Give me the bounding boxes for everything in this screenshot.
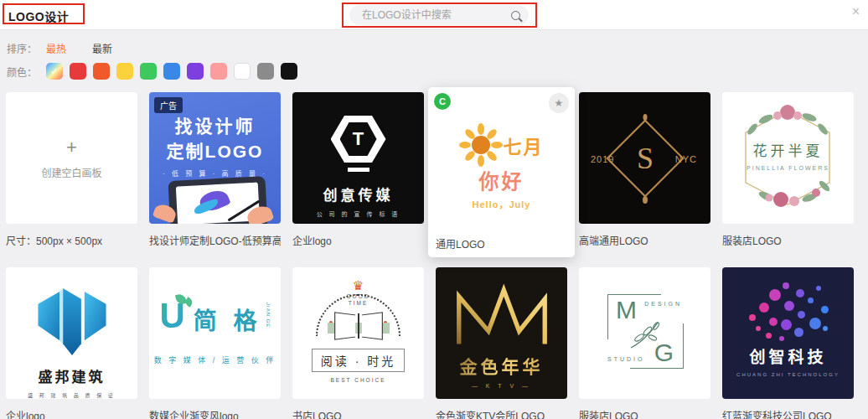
card-caption: 企业logo bbox=[292, 233, 424, 247]
gradient-u-mark: U bbox=[159, 299, 184, 333]
open-book-icon bbox=[328, 310, 390, 344]
search-icon[interactable] bbox=[511, 11, 520, 20]
july-title-cn2: 你好 bbox=[479, 165, 524, 194]
ad-badge: 广告 bbox=[154, 97, 183, 113]
logo-year: 2019 bbox=[591, 154, 614, 164]
ad-headline-2: 定制LOGO bbox=[149, 137, 281, 163]
card-mg-studio: M DESIGN G STUDIO 服装店LOGO bbox=[579, 267, 710, 419]
color-swatch-purple[interactable] bbox=[187, 63, 204, 80]
card-shengbang: 盛邦建筑 盛 邦 建 筑 品 质 保 证 企业logo bbox=[6, 267, 137, 419]
logo-subtitle: — K T V — bbox=[472, 383, 531, 389]
hovered-card-panel[interactable]: C ★ 七月 bbox=[428, 87, 575, 257]
sort-label: 排序： bbox=[7, 41, 39, 55]
logo-subtitle: PINELLIA FLOWERS bbox=[722, 165, 854, 171]
monogram-letter: S bbox=[636, 141, 653, 176]
creative-media-thumbnail[interactable]: T 创意传媒 公 司 的 宣 传 标 语 bbox=[292, 92, 424, 224]
pinellia-thumbnail[interactable]: 花开半夏 PINELLIA FLOWERS bbox=[722, 92, 854, 224]
card-creative-media: T 创意传媒 公 司 的 宣 传 标 语 企业logo bbox=[292, 92, 424, 247]
july-title-row: 七月 bbox=[459, 123, 543, 167]
card-caption: 数媒企业渐变风logo bbox=[149, 408, 281, 419]
filter-panel: 排序： 最热 最新 颜色： ✓ bbox=[0, 30, 868, 80]
card-caption: 找设计师定制LOGO-低预算高质量 bbox=[149, 233, 281, 247]
july-title-cn1: 七月 bbox=[503, 132, 543, 158]
card-bookstore: ♛ GOOD TIME 阅读 · 时光 BEST CHOICE 书店LOGO bbox=[292, 267, 424, 419]
color-swatch-red[interactable] bbox=[70, 63, 86, 80]
design-label: DESIGN bbox=[644, 301, 682, 307]
card-pinellia: 花开半夏 PINELLIA FLOWERS 服装店LOGO bbox=[722, 92, 854, 247]
card-jiange: U 简 格 JIAN GE 数 字 媒 体 / 运 营 伙 伴 数媒企业渐变风l… bbox=[149, 267, 281, 419]
color-swatch-pink[interactable] bbox=[210, 63, 227, 80]
card-s-nyc: S 2019 NYC 高端通用LOGO bbox=[579, 92, 710, 247]
ornament-bottom bbox=[643, 196, 648, 204]
card-caption: 通用LOGO bbox=[436, 236, 567, 251]
hexagon-bulb-icon: T bbox=[331, 116, 386, 163]
color-row: 颜色： ✓ bbox=[7, 63, 868, 80]
create-blank-label: 创建空白画板 bbox=[41, 165, 101, 179]
card-caption: 书店LOGO bbox=[292, 408, 424, 419]
jiange-logo-row: U 简 格 JIAN GE bbox=[159, 299, 270, 336]
favorite-star-icon[interactable]: ★ bbox=[549, 93, 569, 113]
sunflower-icon bbox=[459, 123, 503, 167]
chuangzhi-thumbnail[interactable]: 创智科技 CHUANG ZHI TECHNOLOGY bbox=[722, 267, 854, 399]
mg-studio-thumbnail[interactable]: M DESIGN G STUDIO bbox=[579, 267, 710, 399]
diamond-frame: S bbox=[606, 119, 684, 197]
bookstore-thumbnail[interactable]: ♛ GOOD TIME 阅读 · 时光 BEST CHOICE bbox=[292, 267, 424, 399]
page-title: LOGO设计 bbox=[8, 8, 69, 24]
sort-option-new[interactable]: 最新 bbox=[92, 41, 112, 55]
s-nyc-thumbnail[interactable]: S 2019 NYC bbox=[579, 92, 710, 224]
search-input[interactable] bbox=[362, 9, 511, 21]
studio-label: STUDIO bbox=[607, 356, 644, 362]
golden-ktv-thumbnail[interactable]: 金色年华 — K T V — bbox=[436, 267, 567, 399]
header: LOGO设计 × bbox=[0, 0, 868, 30]
logo-tagline: 盛 邦 建 筑 品 质 保 证 bbox=[28, 391, 116, 399]
card-caption: 企业logo bbox=[6, 408, 137, 419]
hexagon-letter: T bbox=[340, 122, 377, 156]
hello-july-thumbnail[interactable]: 七月 你好 Hello，July bbox=[436, 95, 567, 226]
bulb-base-bar bbox=[348, 168, 369, 172]
create-blank-canvas-button[interactable]: + 创建空白画板 bbox=[6, 92, 137, 224]
shengbang-thumbnail[interactable]: 盛邦建筑 盛 邦 建 筑 品 质 保 证 bbox=[6, 267, 137, 399]
color-swatch-black[interactable] bbox=[281, 63, 297, 80]
logo-subtitle: CHUANG ZHI TECHNOLOGY bbox=[736, 372, 840, 377]
color-swatch-multicolor[interactable]: ✓ bbox=[46, 63, 63, 80]
search-bar[interactable] bbox=[349, 5, 529, 25]
color-swatch-blue[interactable] bbox=[163, 63, 180, 80]
gold-crown-icon bbox=[447, 279, 556, 351]
logo-name: 花开半夏 bbox=[722, 139, 854, 160]
logo-subtitle: 数 字 媒 体 / 运 营 伙 伴 bbox=[154, 354, 276, 365]
logo-name: 金色年华 bbox=[460, 353, 544, 378]
card-designer-ad: 广告 找设计师 定制LOGO · 低 预 算 · 高 质 量 · 找设计师定制L… bbox=[149, 92, 281, 247]
logo-name: 盛邦建筑 bbox=[39, 365, 106, 386]
logo-city: NYC bbox=[675, 154, 697, 164]
crown-icon: ♛ bbox=[353, 279, 364, 292]
book-page-left bbox=[334, 312, 355, 340]
card-caption: 高端通用LOGO bbox=[579, 233, 710, 247]
card-caption: 服装店LOGO bbox=[579, 408, 710, 419]
jiange-thumbnail[interactable]: U 简 格 JIAN GE 数 字 媒 体 / 运 营 伙 伴 bbox=[149, 267, 281, 399]
ad-headline-1: 找设计师 bbox=[149, 112, 281, 137]
color-swatch-yellow[interactable] bbox=[116, 63, 133, 80]
color-swatch-white[interactable] bbox=[234, 63, 251, 80]
plus-icon: + bbox=[66, 137, 77, 158]
card-caption: 金色渐变KTV会所LOGO bbox=[436, 408, 567, 419]
logo-vertical-text: JIAN GE bbox=[266, 303, 271, 328]
sort-option-hot[interactable]: 最热 bbox=[46, 41, 66, 55]
color-label: 颜色： bbox=[7, 65, 39, 79]
logo-name: 阅读 · 时光 bbox=[312, 349, 405, 372]
color-swatch-gray[interactable] bbox=[257, 63, 274, 80]
card-caption: 尺寸：500px × 500px bbox=[6, 233, 137, 247]
book-page-right bbox=[361, 312, 382, 340]
book-spine bbox=[358, 313, 359, 339]
logo-name: 简 格 bbox=[194, 303, 262, 336]
monogram-g: G bbox=[654, 339, 674, 367]
copyright-badge[interactable]: C bbox=[434, 93, 451, 110]
color-swatch-orange[interactable] bbox=[93, 63, 110, 80]
card-hello-july: C ★ 七月 bbox=[436, 92, 567, 247]
card-caption: 服装店LOGO bbox=[722, 233, 854, 247]
card-create-blank: + 创建空白画板 尺寸：500px × 500px bbox=[6, 92, 137, 247]
logo-name: 创意传媒 bbox=[323, 184, 394, 204]
color-swatch-green[interactable] bbox=[140, 63, 157, 80]
check-icon: ✓ bbox=[50, 65, 59, 77]
designer-ad-thumbnail[interactable]: 广告 找设计师 定制LOGO · 低 预 算 · 高 质 量 · bbox=[149, 92, 281, 224]
close-icon[interactable]: × bbox=[852, 3, 860, 20]
